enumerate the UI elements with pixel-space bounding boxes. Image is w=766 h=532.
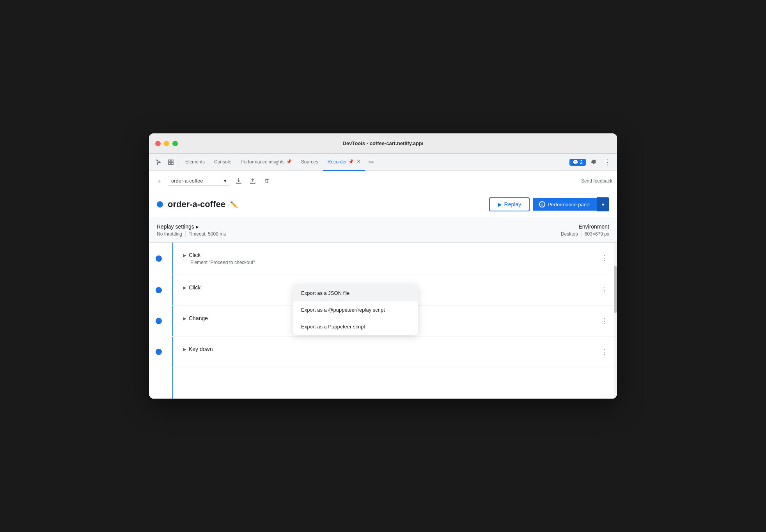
expand-icon: ▶ xyxy=(183,316,186,321)
dropdown-arrow-icon: ▾ xyxy=(224,178,227,184)
export-json-item[interactable]: Export as a JSON file xyxy=(293,285,418,301)
tab-divider xyxy=(179,158,179,166)
perf-icon: ⊙ xyxy=(539,201,545,207)
settings-divider xyxy=(185,231,186,237)
timeline-content: ▶ Key down xyxy=(183,346,599,352)
perf-panel-button: ⊙ Performance panel ▾ xyxy=(533,197,609,211)
timeline-dot xyxy=(156,287,162,293)
perf-panel-main-button[interactable]: ⊙ Performance panel xyxy=(533,198,597,211)
export-dropdown: Export as a JSON file Export as a @puppe… xyxy=(293,285,418,335)
header-actions: ▶ Replay ⊙ Performance panel ▾ xyxy=(489,197,609,211)
tab-performance-insights[interactable]: Performance insights 📌 xyxy=(236,154,296,171)
timeline-item: ▶ Click Element "Proceed to checkout" ⋮ xyxy=(172,243,617,275)
scrollbar-thumb[interactable] xyxy=(614,266,617,313)
timeline-detail: Element "Proceed to checkout" xyxy=(183,260,599,265)
timeline-more-icon[interactable]: ⋮ xyxy=(599,346,609,358)
tab-elements[interactable]: Elements xyxy=(181,154,209,171)
timeline-dot xyxy=(156,349,162,355)
tab-more-button[interactable]: >> xyxy=(365,154,377,171)
timeline-content: ▶ Click Element "Proceed to checkout" xyxy=(183,252,599,265)
tab-close-icon[interactable]: ✕ xyxy=(357,159,360,164)
more-vert-icon[interactable]: ⋮ xyxy=(601,156,614,168)
window-title: DevTools - coffee-cart.netlify.app/ xyxy=(343,140,424,146)
chat-icon: 💬 xyxy=(573,160,578,165)
replay-settings-toggle[interactable]: Replay settings ▶ xyxy=(157,223,561,230)
settings-expand-icon: ▶ xyxy=(196,225,199,229)
export-puppeteer-item[interactable]: Export as a Puppeteer script xyxy=(293,318,418,335)
close-button[interactable] xyxy=(155,141,161,146)
replay-button[interactable]: ▶ Replay xyxy=(489,197,530,211)
window-controls xyxy=(155,141,178,146)
tab-console[interactable]: Console xyxy=(209,154,236,171)
timeline-dot xyxy=(156,255,162,262)
settings-right: Environment Desktop 603×679 px xyxy=(561,223,609,237)
env-divider xyxy=(581,231,582,237)
expand-icon: ▶ xyxy=(183,347,186,351)
cursor-icon[interactable] xyxy=(152,156,165,168)
send-feedback-link[interactable]: Send feedback xyxy=(581,178,612,184)
recorder-toolbar: + order-a-coffee ▾ Send feedback xyxy=(149,171,617,191)
devtools-window: DevTools - coffee-cart.netlify.app/ Elem… xyxy=(149,133,617,399)
titlebar: DevTools - coffee-cart.netlify.app/ xyxy=(149,133,617,154)
tab-sources[interactable]: Sources xyxy=(296,154,323,171)
scrollbar[interactable] xyxy=(614,243,617,399)
svg-rect-3 xyxy=(171,163,173,165)
pin-icon: 📌 xyxy=(348,159,354,164)
settings-left: Replay settings ▶ No throttling Timeout:… xyxy=(157,223,561,237)
delete-button[interactable] xyxy=(261,176,272,186)
timeline-more-icon[interactable]: ⋮ xyxy=(599,284,609,296)
tab-right-icons: 💬 2 ⋮ xyxy=(569,156,614,168)
timeline-action[interactable]: ▶ Key down xyxy=(183,346,599,352)
pin-icon: 📌 xyxy=(286,159,292,164)
perf-panel-dropdown-button[interactable]: ▾ xyxy=(597,197,609,211)
settings-gear-icon[interactable] xyxy=(587,156,600,168)
timeline-action[interactable]: ▶ Click xyxy=(183,252,599,258)
expand-icon: ▶ xyxy=(183,286,186,290)
replay-play-icon: ▶ xyxy=(498,201,502,207)
devtools-tabbar: Elements Console Performance insights 📌 … xyxy=(149,154,617,171)
recording-header: order-a-coffee ✏️ ▶ Replay ⊙ Performance… xyxy=(149,191,617,218)
export-dropdown-container: Export as a JSON file Export as a @puppe… xyxy=(149,243,617,399)
maximize-button[interactable] xyxy=(172,141,178,146)
edit-icon[interactable]: ✏️ xyxy=(230,201,238,208)
settings-subtitle: No throttling Timeout: 5000 ms xyxy=(157,231,561,237)
svg-rect-0 xyxy=(168,160,170,162)
timeline-more-icon[interactable]: ⋮ xyxy=(599,252,609,264)
timeline-dot xyxy=(156,318,162,324)
export-button[interactable] xyxy=(233,176,244,186)
svg-rect-1 xyxy=(171,160,173,162)
timeline-more-icon[interactable]: ⋮ xyxy=(599,315,609,327)
recording-status-dot xyxy=(157,201,163,207)
inspect-icon[interactable] xyxy=(165,156,177,168)
export-puppeteer-replay-item[interactable]: Export as a @puppeteer/replay script xyxy=(293,301,418,318)
recording-title: order-a-coffee xyxy=(168,199,225,209)
timeline-item: ▶ Key down ⋮ xyxy=(172,337,617,367)
minimize-button[interactable] xyxy=(164,141,169,146)
expand-icon: ▶ xyxy=(183,253,186,257)
svg-rect-2 xyxy=(168,163,170,165)
recording-select[interactable]: order-a-coffee ▾ xyxy=(168,176,230,186)
add-recording-button[interactable]: + xyxy=(154,176,165,186)
import-button[interactable] xyxy=(247,176,258,186)
tab-recorder[interactable]: Recorder 📌 ✕ xyxy=(323,154,365,171)
chat-badge[interactable]: 💬 2 xyxy=(569,159,586,166)
settings-area: Replay settings ▶ No throttling Timeout:… xyxy=(149,218,617,243)
